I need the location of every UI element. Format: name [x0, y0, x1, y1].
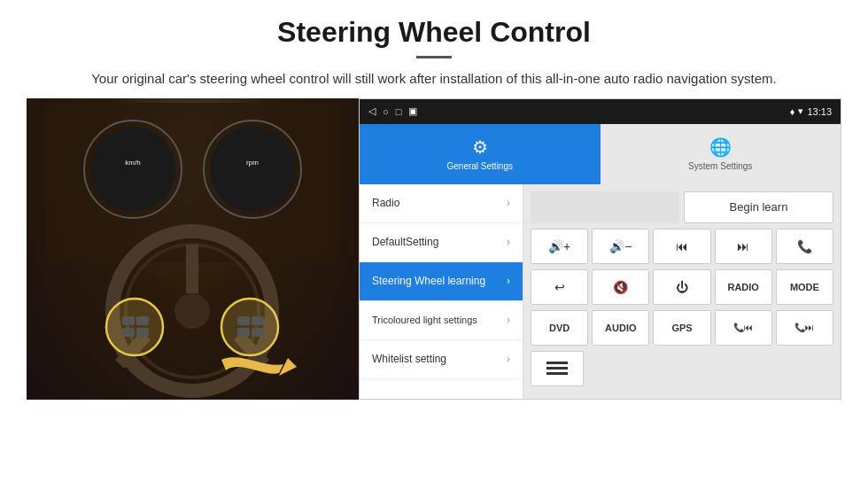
dvd-label: DVD: [549, 323, 570, 333]
scan-row: [531, 351, 833, 386]
right-panel: Begin learn 🔊+ 🔊− ⏮: [523, 184, 841, 399]
svg-text:rpm: rpm: [246, 159, 259, 167]
phone-icon: 📞: [797, 239, 812, 253]
car-image: km/h rpm: [27, 98, 359, 400]
gps-button[interactable]: GPS: [653, 310, 710, 346]
wifi-icon: ▾: [798, 105, 803, 117]
tab-system-settings[interactable]: 🌐 System Settings: [601, 124, 841, 184]
mute-icon: 🔇: [613, 280, 628, 294]
time-display: 13:13: [807, 106, 832, 117]
svg-rect-16: [122, 328, 135, 337]
menu-item-steering-wheel[interactable]: Steering Wheel learning ›: [360, 262, 523, 301]
control-row-1: 🔊+ 🔊− ⏮ ⏭ 📞: [531, 229, 833, 264]
recent-icon: □: [396, 106, 402, 117]
svg-point-18: [221, 299, 278, 355]
svg-rect-22: [252, 328, 264, 337]
menu-icon: ▣: [408, 105, 417, 117]
main-content: Radio › DefaultSetting › Steering Wheel …: [360, 184, 841, 399]
next-icon: ⏭: [737, 239, 749, 253]
menu-item-tricoloured[interactable]: Tricoloured light settings ›: [360, 301, 523, 340]
left-menu: Radio › DefaultSetting › Steering Wheel …: [360, 184, 523, 399]
svg-rect-15: [136, 316, 149, 325]
menu-tricoloured-label: Tricoloured light settings: [372, 314, 477, 326]
prev-icon: ⏮: [676, 239, 688, 253]
svg-rect-26: [546, 372, 568, 375]
volume-down-icon: 🔊−: [609, 239, 632, 253]
status-right: ♦ ▾ 13:13: [790, 105, 832, 117]
control-row-2: ↩ 🔇 ⏻ RADIO MODE: [531, 269, 833, 305]
steering-wheel-svg: km/h rpm: [27, 98, 359, 400]
svg-rect-19: [237, 316, 250, 325]
svg-point-13: [106, 299, 163, 355]
mute-button[interactable]: 🔇: [592, 269, 649, 305]
gps-label: GPS: [671, 323, 692, 333]
menu-item-whitelist[interactable]: Whitelist setting ›: [360, 340, 523, 379]
call-button[interactable]: 📞: [776, 229, 833, 264]
page-subtitle: Your original car's steering wheel contr…: [53, 69, 815, 89]
call-next-icon: 📞⏭: [794, 323, 814, 332]
system-globe-icon: 🌐: [709, 136, 732, 158]
chevron-right-icon-5: ›: [507, 353, 510, 365]
svg-point-5: [210, 127, 295, 212]
phone-hangup-icon: ↩: [554, 280, 565, 294]
tab-general-label: General Settings: [447, 161, 514, 171]
page-wrapper: Steering Wheel Control Your original car…: [0, 0, 868, 400]
chevron-right-icon-3: ›: [507, 275, 510, 287]
title-divider: [416, 56, 452, 58]
page-header: Steering Wheel Control Your original car…: [0, 0, 868, 98]
mode-button[interactable]: MODE: [776, 269, 833, 305]
content-area: km/h rpm: [27, 98, 841, 400]
top-nav: ⚙ General Settings 🌐 System Settings: [360, 124, 841, 184]
menu-radio-label: Radio: [372, 197, 399, 209]
audio-label: AUDIO: [605, 323, 636, 333]
signal-icon: ♦: [790, 106, 795, 117]
volume-down-button[interactable]: 🔊−: [592, 229, 649, 264]
prev-track-button[interactable]: ⏮: [653, 229, 710, 264]
call-prev-button[interactable]: 📞⏮: [715, 310, 772, 346]
status-bar: ◁ ○ □ ▣ ♦ ▾ 13:13: [360, 99, 841, 124]
radio-label: RADIO: [727, 282, 758, 292]
android-panel: ◁ ○ □ ▣ ♦ ▾ 13:13 ⚙ General Settings: [359, 98, 841, 400]
control-row-3: DVD AUDIO GPS 📞⏮ 📞⏭: [531, 310, 833, 346]
menu-steering-label: Steering Wheel learning: [372, 275, 485, 287]
status-left: ◁ ○ □ ▣: [368, 105, 417, 117]
chevron-right-icon-2: ›: [507, 236, 510, 248]
mode-label: MODE: [790, 282, 819, 292]
call-next-button[interactable]: 📞⏭: [776, 310, 833, 346]
menu-item-default-setting[interactable]: DefaultSetting ›: [360, 223, 523, 262]
back-icon: ◁: [368, 105, 376, 117]
svg-rect-24: [546, 362, 568, 364]
settings-gear-icon: ⚙: [472, 136, 488, 158]
svg-rect-20: [252, 316, 264, 325]
svg-rect-25: [546, 367, 568, 370]
begin-learn-spacer: [531, 191, 678, 223]
menu-item-radio[interactable]: Radio ›: [360, 184, 523, 223]
chevron-right-icon-4: ›: [507, 314, 510, 326]
chevron-right-icon: ›: [507, 197, 510, 209]
call-prev-icon: 📞⏮: [733, 323, 753, 332]
radio-button[interactable]: RADIO: [715, 269, 772, 305]
svg-rect-21: [237, 328, 250, 337]
tab-system-label: System Settings: [688, 161, 752, 171]
svg-point-9: [174, 293, 210, 329]
power-icon: ⏻: [676, 280, 688, 294]
back-call-button[interactable]: ↩: [531, 269, 588, 305]
svg-rect-17: [136, 328, 149, 337]
scan-button[interactable]: [531, 351, 584, 386]
svg-rect-14: [122, 316, 135, 325]
scan-icon: [545, 359, 570, 378]
tab-general-settings[interactable]: ⚙ General Settings: [360, 124, 601, 184]
dvd-button[interactable]: DVD: [531, 310, 588, 346]
audio-button[interactable]: AUDIO: [592, 310, 649, 346]
menu-default-label: DefaultSetting: [372, 236, 438, 248]
svg-point-2: [90, 127, 175, 212]
next-track-button[interactable]: ⏭: [715, 229, 772, 264]
volume-up-button[interactable]: 🔊+: [531, 229, 588, 264]
power-button[interactable]: ⏻: [653, 269, 710, 305]
begin-learn-button[interactable]: Begin learn: [684, 191, 833, 223]
page-title: Steering Wheel Control: [53, 16, 815, 49]
begin-learn-row: Begin learn: [531, 191, 833, 223]
volume-up-icon: 🔊+: [548, 239, 570, 253]
menu-whitelist-label: Whitelist setting: [372, 353, 446, 365]
home-icon: ○: [383, 106, 389, 117]
